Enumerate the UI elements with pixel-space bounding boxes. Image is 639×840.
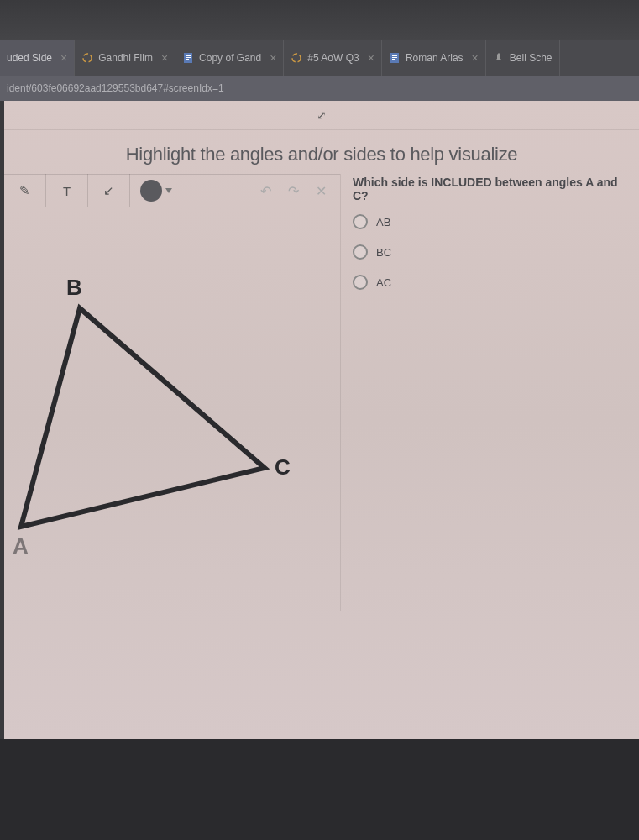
window-bottom-chrome [0,739,639,840]
tab-label: Roman Arias [406,52,464,64]
question-text: Which side is INCLUDED between angles A … [353,174,631,202]
vertex-a-label: A [13,533,29,559]
clear-button[interactable]: ✕ [316,183,327,199]
url-bar[interactable]: ident/603fe06692aad129553bd647#screenIdx… [0,76,639,101]
answer-option[interactable]: AC [353,275,631,290]
browser-tab[interactable]: #5 AoW Q3 × [284,40,382,76]
drawing-toolbar: ✎ T ↙ ↶ ↷ ✕ [4,174,340,207]
line-tool[interactable]: ↙ [88,174,130,207]
text-icon: T [63,184,71,198]
tab-label: Copy of Gand [199,52,261,64]
close-icon[interactable]: × [161,51,168,65]
vertex-c-label: C [275,454,291,480]
radio-button[interactable] [353,275,368,290]
text-tool[interactable]: T [46,174,88,207]
main-content-row: ✎ T ↙ ↶ ↷ ✕ B C [4,174,639,611]
triangle-figure: B C A [4,241,298,560]
browser-tab[interactable]: Copy of Gand × [175,40,284,76]
pen-tool[interactable]: ✎ [4,174,46,207]
radio-button[interactable] [353,244,368,260]
browser-tab[interactable]: Bell Sche [486,40,560,76]
document-icon [182,52,194,64]
tab-label: uded Side [7,52,52,64]
color-picker[interactable] [140,180,162,202]
pen-icon: ✎ [19,183,30,198]
close-icon[interactable]: × [472,51,479,65]
svg-point-0 [83,54,92,62]
tab-label: Bell Sche [510,52,553,64]
svg-rect-2 [186,55,191,56]
page-title: Highlight the angles and/or sides to hel… [4,130,639,174]
browser-tab[interactable]: Gandhi Film × [75,40,175,76]
fullscreen-icon[interactable]: ⤢ [317,108,327,122]
browser-tab-bar: uded Side × Gandhi Film × Copy of Gand ×… [0,40,639,76]
question-panel: Which side is INCLUDED between angles A … [340,174,639,611]
undo-button[interactable]: ↶ [260,183,271,199]
document-icon [389,52,401,64]
close-icon[interactable]: × [270,51,276,65]
tab-label: Gandhi Film [98,52,153,64]
vertex-b-label: B [66,275,82,300]
drawing-canvas[interactable]: B C A [4,207,340,611]
drawing-panel: ✎ T ↙ ↶ ↷ ✕ B C [4,174,340,611]
close-icon[interactable]: × [368,51,374,65]
answer-option[interactable]: AB [353,214,631,229]
page-content: ⤢ Highlight the angles and/or sides to h… [4,101,639,739]
svg-point-5 [292,54,301,62]
browser-tab[interactable]: Roman Arias × [382,40,486,76]
url-text: ident/603fe06692aad129553bd647#screenIdx… [7,82,224,94]
svg-rect-4 [186,59,189,60]
option-label: AC [376,276,391,289]
tab-label: #5 AoW Q3 [307,52,359,64]
svg-rect-7 [392,55,397,56]
radio-button[interactable] [353,214,368,229]
fullscreen-bar: ⤢ [4,101,639,130]
browser-tab[interactable]: uded Side × [0,40,75,76]
line-icon: ↙ [103,183,114,198]
option-label: AB [376,216,390,228]
color-dropdown-icon[interactable] [165,188,172,193]
redo-button[interactable]: ↷ [288,183,299,199]
svg-marker-10 [21,308,265,527]
svg-rect-8 [392,57,397,58]
loading-icon [291,52,302,64]
close-icon[interactable]: × [60,51,67,65]
svg-rect-9 [392,59,395,60]
bell-icon [493,52,505,64]
svg-rect-3 [186,57,191,58]
loading-icon [81,52,93,64]
window-top-chrome [0,0,639,40]
option-label: BC [376,246,391,259]
answer-option[interactable]: BC [353,244,631,260]
